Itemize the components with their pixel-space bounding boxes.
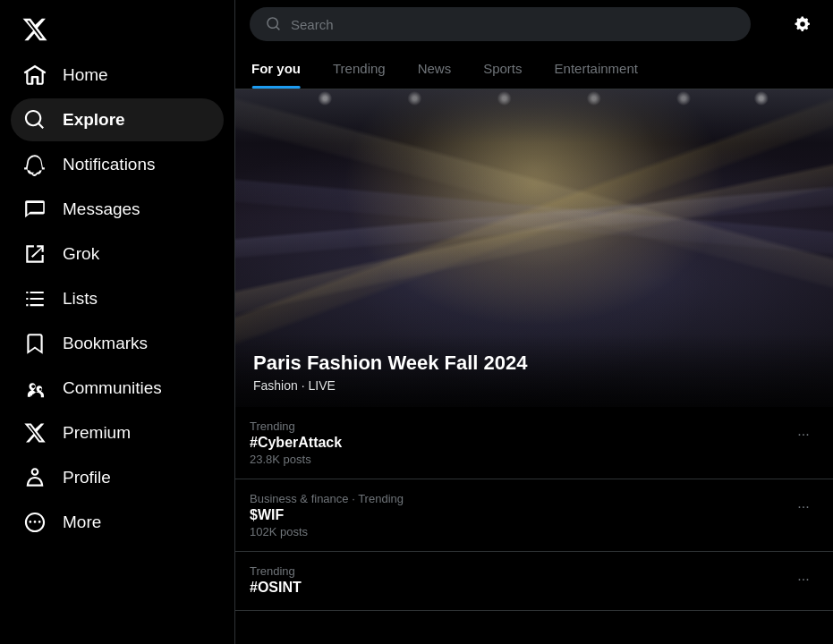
bookmarks-label: Bookmarks bbox=[63, 334, 148, 353]
home-label: Home bbox=[63, 65, 108, 85]
trending-item-1-content: Trending #CyberAttack 23.8K posts bbox=[250, 419, 788, 466]
trending-hashtag-2: $WIF bbox=[250, 507, 788, 523]
sidebar-item-home[interactable]: Home bbox=[11, 54, 224, 97]
trending-category-1: Trending bbox=[250, 419, 788, 433]
sidebar-item-notifications[interactable]: Notifications bbox=[11, 143, 224, 186]
premium-label: Premium bbox=[63, 423, 131, 443]
trending-category-2: Business & finance · Trending bbox=[250, 492, 788, 505]
hero-subtitle: Fashion · LIVE bbox=[253, 378, 815, 393]
sidebar-item-lists[interactable]: Lists bbox=[11, 277, 224, 320]
premium-icon bbox=[23, 421, 47, 445]
trending-item-3[interactable]: Trending #OSINT ··· bbox=[235, 552, 833, 611]
explore-label: Explore bbox=[63, 110, 125, 130]
sidebar-item-bookmarks[interactable]: Bookmarks bbox=[11, 322, 224, 365]
trending-category-3: Trending bbox=[250, 564, 788, 578]
more-label: More bbox=[63, 513, 101, 532]
hero-overlay: Paris Fashion Week Fall 2024 Fashion · L… bbox=[235, 334, 833, 407]
settings-button[interactable] bbox=[786, 8, 819, 40]
profile-label: Profile bbox=[63, 468, 111, 487]
sidebar-item-profile[interactable]: Profile bbox=[11, 456, 224, 499]
search-input[interactable] bbox=[291, 17, 735, 32]
sidebar-item-grok[interactable]: Grok bbox=[11, 233, 224, 275]
hero-image[interactable]: Paris Fashion Week Fall 2024 Fashion · L… bbox=[235, 89, 833, 407]
tab-entertainment[interactable]: Entertainment bbox=[539, 48, 654, 89]
lists-icon bbox=[23, 287, 47, 310]
tab-for-you[interactable]: For you bbox=[235, 48, 317, 89]
trending-item-1[interactable]: Trending #CyberAttack 23.8K posts ··· bbox=[235, 407, 833, 479]
search-icon bbox=[266, 16, 282, 32]
trending-item-3-content: Trending #OSINT bbox=[250, 564, 788, 597]
home-icon bbox=[23, 64, 47, 87]
communities-label: Communities bbox=[63, 378, 162, 398]
bell-icon bbox=[23, 153, 47, 176]
sidebar-nav: Home Explore Notifications Messages bbox=[11, 54, 224, 637]
trending-more-button-2[interactable]: ··· bbox=[788, 492, 819, 522]
trending-item-2-content: Business & finance · Trending $WIF 102K … bbox=[250, 492, 788, 538]
trending-hashtag-1: #CyberAttack bbox=[250, 435, 788, 451]
sidebar-item-messages[interactable]: Messages bbox=[11, 188, 224, 231]
sidebar-item-premium[interactable]: Premium bbox=[11, 411, 224, 454]
search-bar-container bbox=[235, 0, 833, 48]
trending-list: Trending #CyberAttack 23.8K posts ··· Bu… bbox=[235, 407, 833, 611]
explore-tabs: For you Trending News Sports Entertainme… bbox=[235, 48, 833, 89]
notifications-label: Notifications bbox=[63, 155, 156, 174]
x-logo-icon bbox=[21, 16, 48, 43]
trending-hashtag-3: #OSINT bbox=[250, 580, 788, 596]
messages-label: Messages bbox=[63, 199, 140, 219]
explore-icon bbox=[23, 108, 47, 131]
trending-posts-1: 23.8K posts bbox=[250, 453, 788, 466]
lists-label: Lists bbox=[63, 289, 98, 309]
grok-icon bbox=[23, 242, 47, 266]
profile-icon bbox=[23, 466, 47, 489]
more-icon bbox=[23, 511, 47, 534]
sidebar: Home Explore Notifications Messages bbox=[0, 0, 235, 644]
main-content: For you Trending News Sports Entertainme… bbox=[235, 0, 833, 644]
trending-more-button-1[interactable]: ··· bbox=[788, 419, 819, 450]
x-logo[interactable] bbox=[11, 7, 224, 50]
tab-sports[interactable]: Sports bbox=[467, 48, 538, 89]
communities-icon bbox=[23, 377, 47, 400]
bookmark-icon bbox=[23, 332, 47, 355]
tab-trending[interactable]: Trending bbox=[317, 48, 402, 89]
sidebar-item-explore[interactable]: Explore bbox=[11, 98, 224, 141]
search-bar[interactable] bbox=[250, 7, 751, 41]
hero-title: Paris Fashion Week Fall 2024 bbox=[253, 352, 815, 375]
trending-more-button-3[interactable]: ··· bbox=[788, 564, 819, 595]
trending-item-2[interactable]: Business & finance · Trending $WIF 102K … bbox=[235, 479, 833, 552]
message-icon bbox=[23, 198, 47, 221]
sidebar-item-more[interactable]: More bbox=[11, 501, 224, 544]
trending-posts-2: 102K posts bbox=[250, 525, 788, 538]
sidebar-item-communities[interactable]: Communities bbox=[11, 367, 224, 410]
gear-icon bbox=[793, 14, 812, 34]
grok-label: Grok bbox=[63, 244, 99, 264]
tab-news[interactable]: News bbox=[402, 48, 468, 89]
